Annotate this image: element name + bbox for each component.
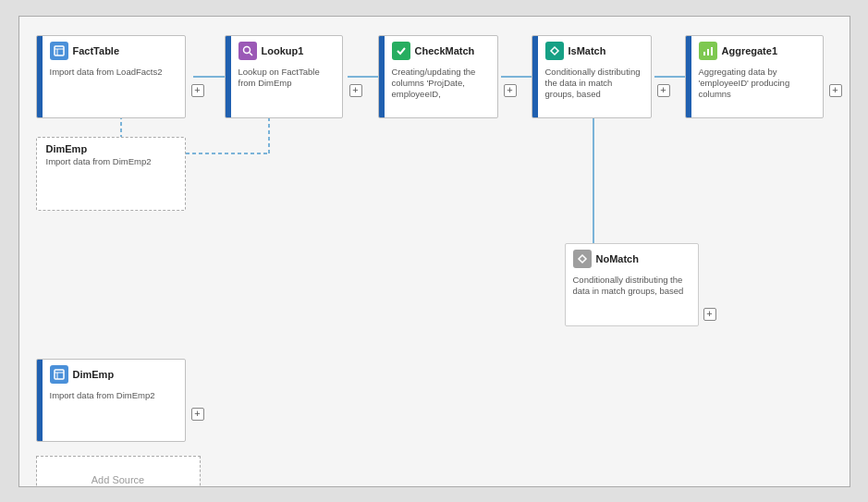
aggregate1-node[interactable]: Aggregate1 Aggregating data by 'employee… (685, 35, 824, 118)
svg-line-13 (250, 53, 252, 55)
checkMatch-node[interactable]: CheckMatch Creating/updating the columns… (378, 35, 498, 118)
dimEmp-bottom-desc: Import data from DimEmp2 (50, 390, 176, 401)
dimEmp-top-title: DimEmp (46, 143, 176, 154)
dimEmp-bottom-title: DimEmp (73, 369, 115, 380)
svg-point-12 (243, 46, 250, 53)
aggregate1-desc: Aggregating data by 'employeeID' produci… (699, 67, 813, 101)
svg-rect-9 (55, 46, 64, 55)
noMatch-plus[interactable]: + (703, 308, 716, 321)
checkMatch-icon (392, 42, 410, 60)
aggregate1-icon (699, 42, 717, 60)
dimEmp-bottom-content: DimEmp Import data from DimEmp2 (43, 360, 185, 441)
factTable-icon (50, 42, 68, 60)
dimEmp-bottom-icon (50, 365, 68, 384)
noMatch-icon (573, 250, 592, 268)
factTable-node[interactable]: FactTable Import data from LoadFacts2 (36, 35, 186, 118)
noMatch-title: NoMatch (596, 253, 639, 264)
isMatch-icon (545, 42, 564, 60)
isMatch-plus[interactable]: + (657, 84, 670, 97)
dimEmpBottom-plus[interactable]: + (191, 408, 204, 421)
svg-rect-16 (711, 47, 713, 55)
factTable-title: FactTable (73, 45, 120, 56)
isMatch-desc: Conditionally distributing the data in m… (545, 67, 642, 101)
dimEmp-top-desc: Import data from DimEmp2 (46, 156, 176, 167)
pipeline-canvas: FactTable Import data from LoadFacts2 + … (18, 16, 850, 487)
isMatch-node[interactable]: IsMatch Conditionally distributing the d… (532, 35, 652, 118)
dimEmp-top-node[interactable]: DimEmp Import data from DimEmp2 (36, 137, 186, 211)
isMatch-title: IsMatch (568, 45, 606, 56)
lookup1-icon (238, 42, 257, 60)
checkMatch-content: CheckMatch Creating/updating the columns… (385, 36, 497, 117)
factTable-plus[interactable]: + (191, 84, 204, 97)
aggregate1-plus[interactable]: + (829, 84, 842, 97)
lookup1-plus[interactable]: + (349, 84, 362, 97)
lookup1-node[interactable]: Lookup1 Lookup on FactTable from DimEmp (225, 35, 343, 118)
checkMatch-desc: Creating/updating the columns 'ProjDate,… (392, 67, 488, 101)
lookup1-desc: Lookup on FactTable from DimEmp (238, 67, 333, 90)
svg-rect-14 (703, 52, 705, 55)
dimEmp-top-content: DimEmp Import data from DimEmp2 (37, 138, 185, 210)
checkMatch-plus[interactable]: + (504, 84, 517, 97)
noMatch-desc: Conditionally distributing the data in m… (573, 275, 689, 298)
add-source-node[interactable]: Add Source (36, 456, 201, 487)
aggregate1-content: Aggregate1 Aggregating data by 'employee… (691, 36, 823, 117)
svg-rect-17 (55, 370, 64, 379)
noMatch-content: NoMatch Conditionally distributing the d… (566, 244, 698, 325)
lookup1-content: Lookup1 Lookup on FactTable from DimEmp (231, 36, 342, 117)
aggregate1-title: Aggregate1 (722, 45, 778, 56)
noMatch-node[interactable]: NoMatch Conditionally distributing the d… (565, 243, 699, 326)
checkMatch-title: CheckMatch (415, 45, 475, 56)
add-source-label: Add Source (92, 474, 144, 485)
dimEmp-bottom-node[interactable]: DimEmp Import data from DimEmp2 (36, 359, 186, 442)
lookup1-title: Lookup1 (262, 45, 304, 56)
factTable-desc: Import data from LoadFacts2 (50, 67, 176, 78)
factTable-content: FactTable Import data from LoadFacts2 (43, 36, 185, 117)
svg-rect-15 (707, 49, 709, 55)
isMatch-content: IsMatch Conditionally distributing the d… (538, 36, 651, 117)
